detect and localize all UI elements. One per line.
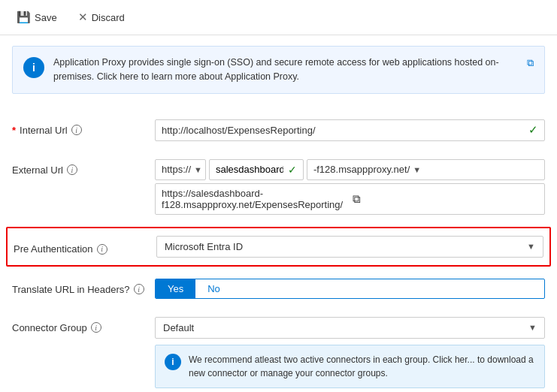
banner-text: Application Proxy provides single sign-o… (53, 56, 512, 84)
external-url-top-row: https:// ▼ ✓ -f128.msappproxy.net/ ▼ (155, 159, 545, 180)
info-circle-icon: i (23, 57, 44, 78)
no-toggle-button[interactable]: No (195, 279, 232, 298)
connector-group-control: Default ▼ i We recommend atleast two act… (155, 317, 545, 388)
yes-no-toggle: Yes No (155, 279, 545, 299)
protocol-chevron-icon: ▼ (194, 165, 202, 174)
banner-external-link-icon[interactable]: ⧉ (527, 57, 534, 69)
connector-group-label: Connector Group i (12, 317, 155, 333)
connector-info-circle-icon: i (165, 354, 181, 370)
translate-url-control: Yes No (155, 279, 545, 299)
external-url-control: https:// ▼ ✓ -f128.msappproxy.net/ ▼ htt… (155, 159, 545, 215)
save-icon: 💾 (17, 11, 31, 24)
translate-url-label: Translate URL in Headers? i (12, 279, 155, 295)
full-url-box: https://salesdashboard-f128.msappproxy.n… (155, 183, 545, 215)
protocol-select-wrapper[interactable]: https:// ▼ (155, 159, 206, 180)
internal-url-input[interactable] (156, 120, 522, 140)
pre-auth-label-text: Pre Authentication (14, 243, 93, 255)
protocol-selected-value: https:// (162, 164, 191, 175)
external-url-label-text: External Url (12, 164, 63, 176)
external-url-row: External Url i https:// ▼ ✓ -f128.msappp… (12, 150, 545, 224)
domain-selected-value: -f128.msappproxy.net/ (313, 164, 410, 175)
pre-auth-select[interactable]: Microsoft Entra ID ▼ (156, 236, 543, 258)
connector-info-text: We recommend atleast two active connecto… (189, 353, 535, 380)
connector-group-label-text: Connector Group (12, 322, 87, 333)
form-area: * Internal Url i ✓ External Url i https:… (0, 104, 557, 393)
internal-url-info-icon[interactable]: i (71, 125, 82, 135)
connector-group-select[interactable]: Default ▼ (155, 317, 545, 339)
pre-auth-control: Microsoft Entra ID ▼ (156, 236, 543, 258)
toolbar: 💾 Save ✕ Discard (0, 0, 557, 35)
domain-chevron-icon: ▼ (413, 165, 421, 174)
internal-url-control: ✓ (155, 119, 545, 141)
pre-auth-row: Pre Authentication i Microsoft Entra ID … (6, 227, 551, 267)
subdomain-input[interactable] (216, 164, 283, 175)
pre-auth-info-icon[interactable]: i (97, 244, 107, 255)
internal-url-label: * Internal Url i (12, 119, 155, 136)
full-url-text: https://salesdashboard-f128.msappproxy.n… (162, 188, 348, 210)
pre-auth-label: Pre Authentication i (14, 238, 156, 255)
connector-group-chevron-icon: ▼ (528, 323, 537, 332)
copy-url-icon[interactable]: ⧉ (353, 192, 539, 206)
connector-group-info-icon[interactable]: i (91, 322, 101, 333)
subdomain-check-icon: ✓ (288, 164, 297, 176)
pre-auth-value-text: Microsoft Entra ID (165, 241, 243, 252)
external-url-label: External Url i (12, 159, 155, 176)
translate-url-label-text: Translate URL in Headers? (12, 284, 130, 295)
save-button[interactable]: 💾 Save (12, 8, 62, 27)
connector-group-row: Connector Group i Default ▼ i We recomme… (12, 308, 545, 393)
connector-group-info-box: i We recommend atleast two active connec… (155, 345, 545, 388)
domain-select-wrapper[interactable]: -f128.msappproxy.net/ ▼ (307, 159, 545, 180)
info-banner: i Application Proxy provides single sign… (12, 46, 545, 94)
translate-url-info-icon[interactable]: i (134, 284, 144, 294)
internal-url-row: * Internal Url i ✓ (12, 110, 545, 150)
internal-url-label-text: Internal Url (20, 125, 68, 136)
connector-group-value-text: Default (163, 322, 194, 333)
required-indicator: * (12, 125, 16, 136)
save-label: Save (35, 12, 57, 23)
subdomain-input-wrapper: ✓ (209, 159, 304, 180)
external-url-info-icon[interactable]: i (67, 164, 77, 175)
discard-icon: ✕ (78, 11, 88, 24)
pre-auth-chevron-icon: ▼ (527, 242, 535, 251)
translate-url-row: Translate URL in Headers? i Yes No (12, 270, 545, 308)
internal-url-input-wrapper: ✓ (155, 119, 545, 141)
discard-label: Discard (92, 12, 125, 23)
discard-button[interactable]: ✕ Discard (74, 8, 129, 27)
internal-url-check-icon: ✓ (522, 123, 544, 137)
yes-toggle-button[interactable]: Yes (156, 279, 195, 298)
